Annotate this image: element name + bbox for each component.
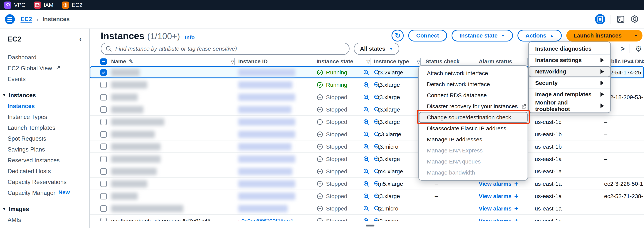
sidebar-item-dedicated-hosts[interactable]: Dedicated Hosts [0,166,89,177]
sidebar-item-dashboard[interactable]: Dashboard [0,52,89,63]
column-header-instance-type[interactable]: Instance type▽ [374,57,420,66]
sidebar-item-capacity-reservations[interactable]: Capacity Reservations [0,177,89,187]
table-settings-gear-icon[interactable]: ⚙ [635,44,642,53]
next-page-button[interactable]: > [620,45,624,53]
horizontal-scrollbar-thumb[interactable] [366,224,374,226]
row-checkbox[interactable] [100,131,107,138]
hamburger-menu-button[interactable] [5,14,15,24]
add-alarm-icon[interactable]: + [514,217,518,221]
sidebar-item-spot-requests[interactable]: Spot Requests [0,133,89,144]
instance-state-label: Running [326,69,347,76]
submenu-item-disassociate-elastic-ip-address[interactable]: Disassociate Elastic IP address [419,123,528,134]
column-header-instance-state[interactable]: Instance state▽ [316,57,370,66]
submenu-item-connect-rds-database[interactable]: Connect RDS database [419,90,528,101]
search-input[interactable]: Find Instance by attribute or tag (case-… [101,43,350,55]
submenu-item-attach-network-interface[interactable]: Attach network interface [419,68,528,79]
zoom-in-filter-icon[interactable] [363,156,370,163]
zoom-in-filter-icon[interactable] [363,119,370,126]
launch-instances-button[interactable]: Launch instances [566,32,629,39]
info-link[interactable]: Info [185,34,194,41]
cloudshell-icon[interactable] [616,15,625,24]
row-checkbox[interactable] [100,119,107,125]
row-checkbox[interactable] [100,193,107,199]
sidebar-item-launch-templates[interactable]: Launch Templates [0,122,89,133]
submenu-item-detach-network-interface[interactable]: Detach network interface [419,79,528,90]
select-all-checkbox[interactable] [100,58,107,65]
row-checkbox[interactable] [100,69,107,76]
state-filter-dropdown[interactable]: All states ▼ [354,43,399,55]
submenu-arrow-icon [600,69,604,74]
breadcrumb-service-link[interactable]: EC2 [20,16,32,23]
filter-icon[interactable]: ▽ [231,59,234,64]
view-alarms-link[interactable]: View alarms [479,218,512,221]
favorite-vpc[interactable]: VPC [4,2,26,9]
sidebar-item-instances[interactable]: Instances [0,101,89,111]
sidebar-item-savings-plans[interactable]: Savings Plans [0,144,89,155]
add-alarm-icon[interactable]: + [514,192,518,200]
redacted-name [111,131,155,138]
row-checkbox[interactable] [100,144,107,150]
menu-item-instance-settings[interactable]: Instance settings [529,55,610,66]
add-alarm-icon[interactable]: + [514,205,518,212]
row-checkbox[interactable] [100,218,107,221]
row-checkbox[interactable] [100,181,107,187]
view-alarms-link[interactable]: View alarms [479,205,512,212]
side-panel-toggle-button[interactable] [595,14,605,24]
zoom-in-filter-icon[interactable] [363,205,370,212]
view-alarms-link[interactable]: View alarms [479,181,512,187]
zoom-in-filter-icon[interactable] [363,143,370,150]
instance-state-button[interactable]: Instance state ▼ [452,30,513,42]
row-checkbox[interactable] [100,205,107,212]
row-checkbox[interactable] [100,106,107,113]
view-alarms-link[interactable]: View alarms [479,193,512,199]
column-header-alarm-status[interactable]: Alarm status [479,57,530,66]
favorite-ec2[interactable]: EC2 [62,2,82,9]
actions-button[interactable]: Actions ▲ [518,30,562,42]
zoom-in-filter-icon[interactable] [363,217,370,221]
row-checkbox[interactable] [100,94,107,100]
launch-options-caret-button[interactable]: ▼ [629,33,642,38]
sidebar-item-ami-catalog[interactable]: AMI Catalog [0,225,89,228]
sidebar-item-events[interactable]: Events [0,74,89,84]
filter-icon[interactable]: ▽ [366,59,370,64]
menu-item-security[interactable]: Security [529,77,610,88]
submenu-item-disaster-recovery-for-your-instances[interactable]: Disaster recovery for your instances [419,101,528,112]
sidebar-section-instances[interactable]: ▼Instances [0,90,89,101]
menu-item-instance-diagnostics[interactable]: Instance diagnostics [529,43,610,54]
sidebar-item-reserved-instances[interactable]: Reserved Instances [0,155,89,166]
zoom-in-filter-icon[interactable] [363,193,370,200]
zoom-in-filter-icon[interactable] [363,69,370,76]
favorite-iam[interactable]: IAM [34,2,54,9]
column-header-status-check[interactable]: Status check [426,57,473,66]
zoom-in-filter-icon[interactable] [363,81,370,88]
zoom-in-filter-icon[interactable] [363,106,370,113]
row-checkbox[interactable] [100,168,107,175]
zoom-in-filter-icon[interactable] [363,168,370,175]
add-alarm-icon[interactable]: + [514,180,518,188]
zoom-in-filter-icon[interactable] [363,180,370,187]
submenu-item-change-source-destination-check[interactable]: Change source/destination check [419,112,528,123]
row-checkbox[interactable] [100,156,107,162]
filter-icon[interactable]: ▽ [416,59,420,64]
sidebar-item-capacity-manager[interactable]: Capacity ManagerNew [0,187,89,198]
sidebar-section-images[interactable]: ▼Images [0,204,89,214]
menu-item-monitor-and-troubleshoot[interactable]: Monitor and troubleshoot [529,100,610,111]
column-header-name[interactable]: Name✎▽ [111,57,234,66]
menu-item-networking[interactable]: Networking [529,66,610,77]
instance-type-cell: t3.xlarge [378,190,400,202]
connect-button[interactable]: Connect [408,30,447,42]
sidebar-item-ec2-global-view[interactable]: EC2 Global View [0,63,89,74]
zoom-in-filter-icon[interactable] [363,131,370,138]
menu-item-image-and-templates[interactable]: Image and templates [529,89,610,100]
amazon-q-icon[interactable] [630,15,639,24]
refresh-button[interactable]: ↻ [392,30,404,42]
sidebar-collapse-button[interactable]: ‹ [79,35,82,43]
row-checkbox[interactable] [100,82,107,88]
submenu-item-manage-ip-addresses[interactable]: Manage IP addresses [419,134,528,145]
column-header-instance-id[interactable]: Instance ID [238,57,310,66]
zoom-in-filter-icon[interactable] [363,94,370,101]
instance-id-link[interactable]: i-0c0ac666700f75aa4 [238,218,293,221]
new-badge[interactable]: New [58,189,70,196]
sidebar-item-instance-types[interactable]: Instance Types [0,111,89,122]
sidebar-item-amis[interactable]: AMIs [0,214,89,225]
